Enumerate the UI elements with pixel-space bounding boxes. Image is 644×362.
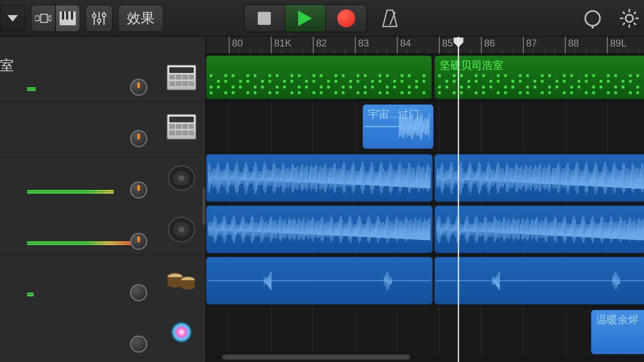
ruler-mark: 83	[355, 37, 356, 53]
track-lane[interactable]	[206, 255, 644, 307]
track-header[interactable]	[0, 307, 206, 358]
svg-line-25	[623, 23, 625, 25]
svg-rect-2	[41, 14, 47, 22]
track-lane[interactable]: 坚硬贝司浩室	[206, 54, 644, 101]
record-button[interactable]	[326, 5, 367, 32]
settings-gear-icon[interactable]	[619, 8, 640, 29]
track-header[interactable]	[0, 255, 206, 307]
track-header[interactable]	[0, 54, 206, 101]
metronome-icon[interactable]	[379, 8, 401, 29]
level-meter	[27, 87, 36, 91]
instrument-icon[interactable]	[166, 317, 197, 348]
svg-rect-1	[35, 16, 39, 21]
ruler-mark: 88	[565, 37, 566, 53]
volume-knob[interactable]	[130, 130, 147, 147]
volume-knob[interactable]	[130, 233, 147, 250]
track-headers-panel: 室	[0, 37, 206, 362]
svg-point-16	[585, 11, 600, 26]
track-header[interactable]	[0, 101, 206, 152]
svg-line-24	[634, 12, 636, 14]
ruler-mark: 86	[481, 37, 482, 53]
ruler-mark: 85	[439, 37, 440, 53]
svg-point-11	[97, 19, 101, 22]
svg-point-9	[93, 14, 96, 18]
view-dropdown[interactable]	[0, 5, 25, 32]
svg-rect-5	[62, 11, 64, 20]
timeline: 8081K8283848586878889L 坚硬贝司浩室宇宙...过门温暖余烬	[206, 37, 644, 362]
effects-button[interactable]: 效果	[118, 5, 163, 32]
volume-knob[interactable]	[130, 79, 147, 96]
audio-clip[interactable]: 宇宙...过门	[363, 104, 434, 149]
audio-clip[interactable]	[434, 154, 644, 202]
track-header[interactable]	[0, 152, 206, 204]
loop-icon[interactable]	[582, 8, 603, 29]
tracks-view-icon[interactable]	[31, 5, 55, 32]
volume-knob[interactable]	[130, 336, 147, 353]
svg-rect-7	[71, 11, 73, 20]
midi-clip[interactable]: 坚硬贝司浩室	[434, 55, 644, 99]
svg-point-17	[626, 15, 633, 22]
svg-marker-14	[298, 11, 312, 26]
midi-clip[interactable]	[206, 55, 432, 99]
instrument-icon[interactable]	[166, 62, 197, 93]
volume-knob[interactable]	[130, 284, 147, 301]
playhead[interactable]	[458, 37, 459, 362]
ruler-mark: 82	[313, 37, 314, 53]
svg-line-23	[634, 23, 636, 25]
audio-clip[interactable]	[434, 205, 644, 253]
svg-point-28	[178, 175, 185, 181]
keyboard-view-icon[interactable]	[55, 5, 80, 32]
audio-clip[interactable]	[434, 257, 644, 305]
audio-clip[interactable]: 温暖余烬	[591, 310, 644, 354]
volume-knob[interactable]	[130, 181, 147, 199]
level-meter	[27, 190, 114, 194]
stop-button[interactable]	[244, 5, 285, 32]
svg-marker-0	[7, 15, 18, 22]
time-ruler[interactable]: 8081K8283848586878889L	[206, 37, 644, 54]
instrument-icon[interactable]	[166, 265, 197, 296]
svg-point-31	[178, 227, 185, 232]
track-lane[interactable]: 温暖余烬	[206, 307, 644, 358]
ruler-mark: 81K	[271, 37, 272, 53]
horizontal-scrollbar[interactable]	[222, 355, 410, 360]
svg-line-22	[623, 12, 625, 14]
instrument-icon[interactable]	[166, 163, 197, 194]
svg-point-34	[169, 320, 194, 344]
play-button[interactable]	[285, 5, 326, 32]
audio-clip[interactable]	[206, 154, 433, 202]
audio-clip[interactable]	[206, 205, 433, 253]
instrument-icon[interactable]	[166, 111, 197, 142]
track-lane[interactable]	[206, 152, 644, 204]
mixer-button[interactable]	[86, 5, 113, 32]
ruler-mark: 87	[523, 37, 524, 53]
transport-controls	[244, 4, 367, 32]
track-lane[interactable]: 宇宙...过门	[206, 101, 644, 152]
top-toolbar: 效果	[0, 0, 644, 37]
svg-rect-6	[66, 11, 68, 20]
instrument-icon[interactable]	[166, 214, 197, 245]
view-mode-segment[interactable]	[31, 5, 80, 32]
svg-rect-3	[49, 16, 51, 21]
clip-label: 温暖余烬	[596, 313, 639, 327]
track-header[interactable]	[0, 204, 206, 255]
level-meter	[27, 292, 34, 296]
ruler-mark: 89L	[607, 37, 608, 53]
clip-label: 坚硬贝司浩室	[440, 58, 503, 73]
level-meter	[27, 241, 132, 245]
ruler-mark: 84	[397, 37, 398, 53]
vertical-scrollbar[interactable]	[202, 188, 206, 225]
track-lane[interactable]	[206, 204, 644, 255]
audio-clip[interactable]	[206, 257, 433, 305]
ruler-mark: 80	[229, 37, 230, 53]
svg-point-13	[102, 13, 106, 17]
